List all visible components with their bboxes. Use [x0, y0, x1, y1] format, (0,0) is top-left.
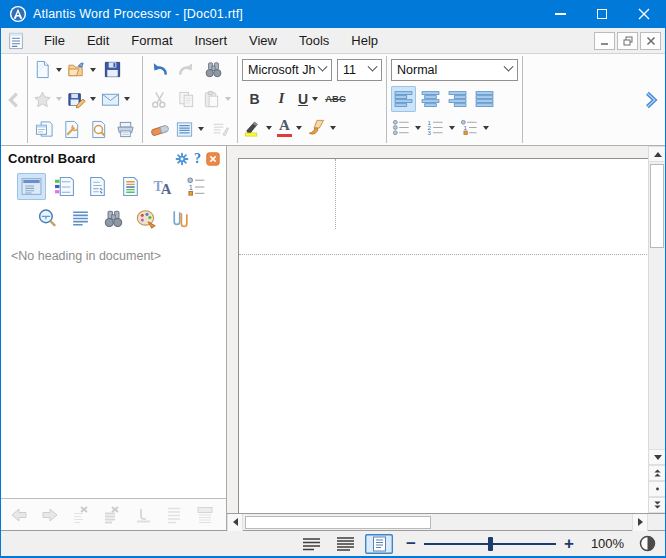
page-view-button[interactable] — [365, 534, 393, 554]
find-binoculars-button[interactable] — [201, 57, 226, 83]
scroll-left-button[interactable] — [227, 514, 243, 531]
dropdown-arrow-icon[interactable] — [90, 68, 96, 72]
dropdown-arrow-icon[interactable] — [90, 97, 96, 101]
document-system-menu-icon[interactable] — [7, 32, 25, 50]
paragraphs-tab-button[interactable] — [66, 205, 95, 232]
style-combo[interactable]: Normal — [391, 59, 518, 81]
zoom-in-button[interactable]: + — [562, 535, 576, 552]
multilevel-list-button[interactable]: 1 — [459, 115, 491, 141]
draft-view-button[interactable] — [297, 534, 325, 554]
zoom-tab-button[interactable] — [33, 205, 62, 232]
print-preview-button[interactable] — [86, 116, 111, 142]
toolbar-scroll-right-icon[interactable] — [639, 54, 663, 145]
find-tab-button[interactable] — [99, 205, 128, 232]
next-page-button[interactable] — [649, 497, 666, 513]
dropdown-arrow-icon[interactable] — [296, 126, 302, 130]
menu-item-insert[interactable]: Insert — [184, 29, 239, 52]
italic-button[interactable]: I — [269, 86, 294, 112]
dropdown-arrow-icon[interactable] — [56, 68, 62, 72]
dropdown-arrow-icon[interactable] — [483, 126, 489, 130]
headings-tab-button[interactable] — [17, 173, 46, 200]
undo-arrow-button[interactable] — [147, 57, 172, 83]
show-marks-button[interactable] — [174, 116, 206, 142]
styles-tab-button[interactable] — [50, 173, 79, 200]
save-floppy-button[interactable] — [100, 57, 125, 83]
dropdown-arrow-icon[interactable] — [124, 97, 130, 101]
styles-icon — [54, 176, 75, 197]
horizontal-scrollbar[interactable] — [227, 513, 648, 530]
zoom-value[interactable]: 100% — [591, 536, 629, 551]
dropdown-arrow-icon[interactable] — [449, 126, 455, 130]
vertical-scroll-thumb[interactable] — [650, 164, 664, 248]
dropdown-arrow-icon[interactable] — [330, 126, 336, 130]
align-center-button[interactable] — [418, 86, 443, 112]
panel-close-icon[interactable] — [206, 152, 220, 166]
numbered-list-button[interactable]: 123 — [425, 115, 457, 141]
strikethrough-button[interactable]: ABC — [323, 86, 348, 112]
mdi-close-button[interactable] — [640, 32, 661, 50]
dropdown-arrow-icon[interactable] — [312, 97, 318, 101]
fonts-tab-button[interactable]: TA — [149, 173, 178, 200]
save-versions-button[interactable] — [66, 86, 98, 112]
help-icon[interactable]: ? — [194, 151, 201, 167]
email-envelope-button[interactable] — [100, 86, 132, 112]
mdi-restore-button[interactable] — [617, 32, 638, 50]
horizontal-scroll-thumb[interactable] — [245, 516, 431, 529]
colors-tab-button[interactable] — [132, 205, 161, 232]
printer-button[interactable] — [113, 116, 138, 142]
menu-item-help[interactable]: Help — [340, 29, 389, 52]
browse-object-button[interactable] — [649, 481, 666, 497]
favorites-star-icon — [33, 90, 52, 109]
sections-tab-button[interactable] — [116, 173, 145, 200]
eraser-button[interactable] — [147, 116, 172, 142]
font-name-combo[interactable]: Microsoft Jh — [242, 59, 332, 81]
menu-item-edit[interactable]: Edit — [76, 29, 120, 52]
scroll-down-button[interactable] — [649, 449, 666, 465]
format-painter-button[interactable] — [306, 115, 338, 141]
zoom-slider[interactable] — [424, 543, 556, 545]
menu-item-tools[interactable]: Tools — [288, 29, 340, 52]
bold-button[interactable]: B — [242, 86, 267, 112]
minimize-button[interactable] — [539, 0, 581, 28]
document-tools-button[interactable] — [59, 116, 84, 142]
close-button[interactable] — [623, 0, 665, 28]
align-justify-button[interactable] — [472, 86, 497, 112]
fields-tab-button[interactable] — [83, 173, 112, 200]
bullet-list-button[interactable] — [391, 115, 423, 141]
control-board-title: Control Board — [8, 151, 95, 166]
web-view-button[interactable] — [331, 534, 359, 554]
contrast-toggle-icon[interactable] — [639, 535, 656, 552]
document-manager-button[interactable] — [32, 116, 57, 142]
dropdown-arrow-icon[interactable] — [266, 126, 272, 130]
toolbar-scroll-left-icon[interactable] — [1, 54, 26, 145]
open-folder-button[interactable] — [66, 57, 98, 83]
dropdown-arrow-icon[interactable] — [198, 127, 204, 131]
previous-page-button[interactable] — [649, 465, 666, 481]
menu-item-view[interactable]: View — [238, 29, 288, 52]
dropdown-arrow-icon[interactable] — [56, 97, 62, 101]
maximize-button[interactable] — [581, 0, 623, 28]
font-color-button[interactable]: A — [276, 115, 304, 141]
clips-tab-button[interactable] — [165, 205, 194, 232]
align-right-button[interactable] — [445, 86, 470, 112]
font-size-combo[interactable]: 11 — [337, 59, 382, 81]
highlighter-button[interactable] — [242, 115, 274, 141]
scroll-right-button[interactable] — [632, 514, 648, 531]
underline-button[interactable]: U — [296, 86, 321, 112]
gear-icon[interactable] — [175, 152, 189, 166]
lists-tab-button[interactable]: 1 — [182, 173, 211, 200]
zoom-slider-handle[interactable] — [488, 537, 493, 551]
align-left-button[interactable] — [391, 86, 416, 112]
vertical-scrollbar[interactable] — [648, 146, 665, 513]
new-document-button[interactable] — [32, 57, 64, 83]
dropdown-arrow-icon[interactable] — [225, 97, 231, 101]
mdi-minimize-button[interactable] — [594, 32, 615, 50]
dropdown-arrow-icon[interactable] — [415, 126, 421, 130]
menu-item-file[interactable]: File — [33, 29, 76, 52]
zoom-out-button[interactable]: − — [404, 535, 418, 552]
remove-all-headings-icon — [102, 505, 122, 525]
document-page[interactable] — [238, 158, 648, 513]
control-board-tabs-row2 — [1, 201, 226, 233]
scroll-up-button[interactable] — [649, 146, 666, 162]
menu-item-format[interactable]: Format — [120, 29, 183, 52]
